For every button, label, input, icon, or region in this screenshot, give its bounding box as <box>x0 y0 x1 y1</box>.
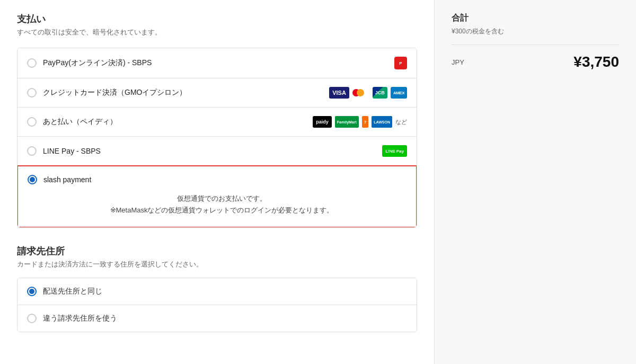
slash-label: slash payment <box>43 175 91 184</box>
payment-options-container: PayPay(オンライン決済) - SBPS P クレジットカード決済（GMOイ… <box>17 48 417 228</box>
summary-divider <box>452 45 619 45</box>
lawson-icon: LAWSON <box>372 116 392 128</box>
right-panel: 合計 ¥300の税金を含む JPY ¥3,750 <box>435 0 636 364</box>
paypay-icon: P <box>394 57 407 69</box>
billing-subtitle: カードまたは決済方法に一致する住所を選択してください。 <box>17 260 417 269</box>
payment-option-paidy[interactable]: あと払い（ペイディ） paidy FamilyMart 7 LAWSON など <box>17 108 417 137</box>
billing-options-container: 配送先住所と同じ 違う請求先住所を使う <box>17 278 417 332</box>
mastercard-icon <box>352 87 369 98</box>
payment-subtitle: すべての取引は安全で、暗号化されています。 <box>17 28 417 37</box>
summary-total-row: JPY ¥3,750 <box>452 54 619 70</box>
payment-option-slash[interactable]: slash payment 仮想通貨でのお支払いです。※MetaMaskなどの仮… <box>17 165 417 228</box>
credit-icons: VISA JCB AMEX <box>329 87 407 99</box>
billing-option-different[interactable]: 違う請求先住所を使う <box>17 305 417 332</box>
visa-icon: VISA <box>329 87 349 99</box>
radio-different-address <box>27 314 37 323</box>
paidy-label: あと払い（ペイディ） <box>43 117 117 127</box>
summary-title: 合計 <box>452 13 619 24</box>
amex-icon: AMEX <box>391 87 407 99</box>
paidy-icons: paidy FamilyMart 7 LAWSON など <box>313 116 407 128</box>
radio-paidy <box>27 117 37 127</box>
payment-option-credit[interactable]: クレジットカード決済（GMOイプシロン） VISA JCB AMEX <box>17 78 417 108</box>
credit-label: クレジットカード決済（GMOイプシロン） <box>43 88 187 97</box>
nado-text: など <box>395 118 407 126</box>
slash-description: 仮想通貨でのお支払いです。※MetaMaskなどの仮想通貨ウォレットでのログイン… <box>28 184 407 218</box>
payment-option-paypay[interactable]: PayPay(オンライン決済) - SBPS P <box>17 48 417 78</box>
billing-section: 請求先住所 カードまたは決済方法に一致する住所を選択してください。 配送先住所と… <box>17 245 417 332</box>
summary-amount: ¥3,750 <box>573 54 619 70</box>
different-address-label: 違う請求先住所を使う <box>43 314 117 323</box>
familymart-icon: FamilyMart <box>335 116 359 128</box>
radio-credit <box>27 88 37 97</box>
paypay-label: PayPay(オンライン決済) - SBPS <box>43 58 152 68</box>
radio-linepay <box>27 146 37 156</box>
payment-title: 支払い <box>17 13 417 25</box>
radio-slash <box>28 175 37 184</box>
order-summary: 合計 ¥300の税金を含む JPY ¥3,750 <box>452 13 619 70</box>
left-panel: 支払い すべての取引は安全で、暗号化されています。 PayPay(オンライン決済… <box>0 0 435 364</box>
seven-icon: 7 <box>362 116 368 128</box>
billing-title: 請求先住所 <box>17 245 417 258</box>
paypay-icons: P <box>394 57 407 69</box>
same-address-label: 配送先住所と同じ <box>43 287 102 296</box>
payment-option-linepay[interactable]: LINE Pay - SBPS LINE Pay <box>17 137 417 166</box>
linepay-icons: LINE Pay <box>382 145 407 157</box>
linepay-label: LINE Pay - SBPS <box>43 147 101 155</box>
summary-currency: JPY <box>452 58 464 66</box>
jcb-icon: JCB <box>373 87 387 99</box>
payment-section: 支払い すべての取引は安全で、暗号化されています。 PayPay(オンライン決済… <box>17 13 417 228</box>
billing-option-same[interactable]: 配送先住所と同じ <box>17 278 417 305</box>
radio-same-address <box>27 287 37 296</box>
radio-paypay <box>27 58 37 68</box>
linepay-brand-icon: LINE Pay <box>382 145 407 157</box>
paidy-brand-icon: paidy <box>313 116 332 128</box>
summary-tax: ¥300の税金を含む <box>452 27 619 36</box>
